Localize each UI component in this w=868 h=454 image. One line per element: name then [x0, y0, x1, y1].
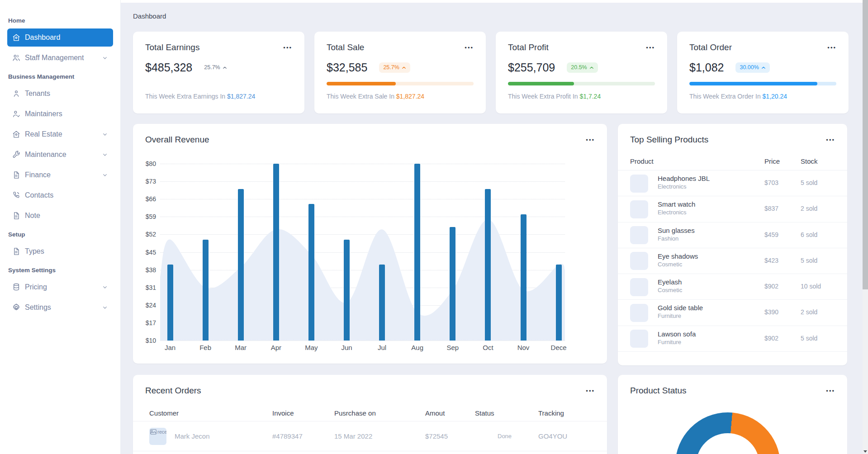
more-menu-icon[interactable]: ••• — [465, 43, 474, 53]
product-image-placeholder — [630, 175, 648, 193]
sidebar-item-types[interactable]: Types — [7, 242, 113, 260]
revenue-bar-jan — [167, 265, 173, 340]
revenue-bar-apr — [273, 164, 279, 340]
chevron-down-icon — [101, 171, 109, 179]
y-axis-label: $17 — [133, 319, 156, 326]
product-row: Headphones JBLElectronics$7035 sold — [618, 170, 847, 196]
product-row: EyelashCosmetic$90210 sold — [618, 274, 847, 300]
chevron-up-icon — [761, 65, 766, 71]
product-row: Lawson sofaFurniture$9025 sold — [618, 326, 847, 352]
column-stock: Stock — [801, 157, 818, 166]
order-tracking: GO4YOU — [538, 421, 567, 451]
y-axis-label: $52 — [133, 231, 156, 238]
stat-title: Total Profit — [508, 43, 549, 52]
main-content: Dashboard Total Earnings•••$485,32825.7%… — [121, 0, 868, 454]
product-name: Smart watch — [658, 200, 695, 208]
revenue-bar-chart: $80$73$66$59$52$45$38$31$24$17$10JanFebM… — [133, 124, 607, 364]
progress-bar — [508, 82, 655, 85]
stat-title: Total Earnings — [145, 43, 199, 52]
sidebar-item-label: Finance — [25, 171, 51, 179]
product-category: Cosmetic — [658, 287, 682, 293]
stat-title: Total Sale — [327, 43, 364, 52]
scrollbar[interactable] — [863, 0, 868, 454]
chevron-down-icon — [101, 54, 109, 61]
mid-row: Overall Revenue ••• $80$73$66$59$52$45$3… — [133, 124, 868, 365]
y-axis-label: $66 — [133, 195, 156, 203]
column-tracking: Tracking — [538, 409, 564, 418]
sidebar-item-label: Maintainers — [25, 110, 62, 118]
y-axis-label: $38 — [133, 266, 156, 274]
x-axis-label: Jan — [154, 344, 186, 351]
sidebar-item-settings[interactable]: Settings — [7, 298, 113, 317]
sidebar-item-maintainers[interactable]: Maintainers — [7, 105, 113, 123]
product-image-placeholder — [630, 200, 648, 218]
y-axis-label: $59 — [133, 213, 156, 220]
sidebar-item-dashboard[interactable]: Dashboard — [7, 28, 113, 47]
more-menu-icon[interactable]: ••• — [586, 135, 595, 145]
x-axis-label: Apr — [260, 344, 292, 351]
stat-footer: This Week Extra Earnings In $1,827.24 — [145, 93, 292, 100]
product-name: Headphones JBL — [658, 175, 710, 183]
product-image-placeholder — [630, 278, 648, 296]
order-row: receMark Jecon#478934715 Mar 2022$72545D… — [133, 421, 607, 451]
x-axis-label: Nov — [508, 344, 539, 351]
sidebar-item-label: Dashboard — [25, 33, 60, 42]
chevron-down-icon — [101, 131, 109, 138]
more-menu-icon[interactable]: ••• — [826, 135, 835, 145]
product-price: $837 — [764, 205, 778, 212]
more-menu-icon[interactable]: ••• — [826, 386, 835, 396]
top-selling-products-title: Top Selling Products — [630, 135, 708, 145]
product-stock: 5 sold — [801, 179, 817, 186]
product-stock: 10 sold — [801, 283, 821, 290]
sidebar-section-header: Home — [8, 17, 113, 24]
more-menu-icon[interactable]: ••• — [283, 43, 292, 53]
sidebar-item-finance[interactable]: Finance — [7, 166, 113, 184]
stat-card-total-order: Total Order•••$1,08230.00%This Week Extr… — [677, 32, 849, 114]
more-menu-icon[interactable]: ••• — [646, 43, 655, 53]
stat-card-total-sale: Total Sale•••$32,58525.7%This Week Extra… — [314, 32, 486, 114]
broken-image-icon — [150, 429, 157, 435]
product-row: Gold side tableFurniture$3902 sold — [618, 300, 847, 326]
product-price: $703 — [764, 179, 778, 186]
stat-footer: This Week Extra Sale In $1,827.24 — [327, 93, 474, 100]
product-price: $902 — [764, 335, 778, 342]
top-strip — [121, 0, 868, 3]
y-axis-label: $45 — [133, 249, 156, 256]
progress-fill — [508, 82, 574, 85]
stat-footer: This Week Extra Order In $1,20.24 — [689, 93, 836, 100]
more-menu-icon[interactable]: ••• — [586, 386, 595, 396]
sidebar-item-pricing[interactable]: Pricing — [7, 278, 113, 296]
avatar-alt-text: rece — [157, 429, 166, 435]
bottom-row: Recent Orders ••• CustomerInvoicePusrcha… — [133, 375, 868, 454]
chevron-up-icon — [402, 65, 406, 71]
revenue-bar-nov — [521, 214, 526, 340]
more-menu-icon[interactable]: ••• — [827, 43, 836, 53]
products-table-header: Product Price Stock — [618, 156, 847, 170]
product-stock: 5 sold — [801, 335, 817, 342]
product-name: Sun glasses — [658, 227, 695, 235]
product-name: Eyelash — [658, 278, 682, 286]
x-axis-label: Mar — [225, 344, 256, 351]
revenue-bar-feb — [203, 240, 209, 340]
order-row — [133, 451, 607, 454]
sidebar-item-staff-management[interactable]: Staff Management — [7, 49, 113, 67]
sidebar-section-header: Setup — [8, 231, 113, 238]
y-axis-label: $80 — [133, 160, 156, 167]
scrollbar-thumb[interactable] — [863, 0, 868, 289]
sidebar-item-tenants[interactable]: Tenants — [7, 85, 113, 103]
product-row: Sun glassesFashion$4596 sold — [618, 222, 847, 248]
sidebar-item-contacts[interactable]: Contacts — [7, 186, 113, 204]
sidebar-item-maintenance[interactable]: Maintenance — [7, 146, 113, 164]
product-price: $902 — [764, 283, 778, 290]
people-icon — [12, 53, 21, 62]
sidebar-item-real-estate[interactable]: Real Estate — [7, 125, 113, 143]
phone-icon — [12, 191, 21, 200]
sidebar-item-note[interactable]: Note — [7, 207, 113, 225]
gear-icon — [12, 303, 21, 312]
stat-value: $255,709 — [508, 61, 555, 74]
sidebar: HomeDashboardStaff ManagementBusiness Ma… — [0, 0, 121, 454]
delta-badge: 25.7% — [379, 62, 410, 73]
scroll-down-arrow-icon[interactable] — [863, 450, 867, 453]
column-pusrchase-on: Pusrchase on — [334, 409, 376, 418]
column-price: Price — [764, 157, 780, 166]
